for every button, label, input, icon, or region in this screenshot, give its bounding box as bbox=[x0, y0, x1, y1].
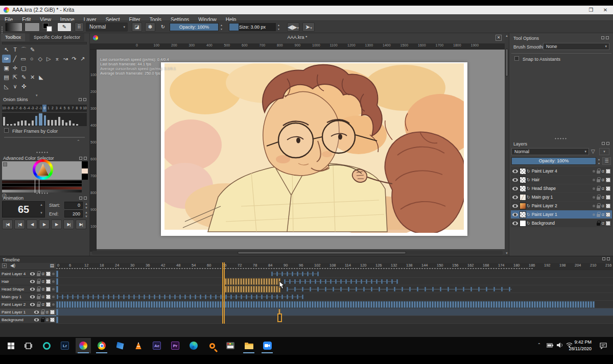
keyframe-cell[interactable] bbox=[356, 287, 357, 292]
keyframe-cell[interactable] bbox=[425, 287, 426, 292]
keyframe-cell[interactable] bbox=[77, 295, 79, 299]
onion-frame-6[interactable]: 6 bbox=[67, 105, 71, 112]
timeline-bulb-icon[interactable] bbox=[52, 280, 55, 283]
onion-skin-frame-numbers[interactable]: 10-9-8-7-6-5-4-3-2-1012345678910 bbox=[2, 105, 87, 112]
keyframe-cell[interactable] bbox=[340, 301, 342, 308]
taskbar-lightroom[interactable]: Lr bbox=[57, 338, 73, 353]
keyframe-cell[interactable] bbox=[161, 301, 163, 308]
onion-frame--2[interactable]: -2 bbox=[34, 105, 38, 112]
keyframe-cell[interactable] bbox=[248, 278, 250, 285]
keyframe-cell[interactable] bbox=[485, 301, 487, 308]
keyframe-cell[interactable] bbox=[120, 301, 122, 308]
onion-opacity-bar[interactable] bbox=[48, 120, 50, 126]
keyframe-cell[interactable] bbox=[235, 286, 237, 293]
keyframe-cell[interactable] bbox=[268, 286, 270, 293]
timeline-alpha-icon[interactable]: α bbox=[46, 318, 49, 322]
keyframe-cell[interactable] bbox=[82, 301, 84, 308]
text-tool[interactable]: T bbox=[11, 45, 19, 54]
keyframe-cell[interactable] bbox=[427, 301, 429, 308]
timeline-label-hair[interactable]: Hairα bbox=[0, 278, 56, 285]
timeline-alpha-icon[interactable]: α bbox=[42, 279, 44, 284]
layer-row-paint-layer-1[interactable]: ↻Paint Layer 1α bbox=[511, 210, 612, 219]
keyframe-cell[interactable] bbox=[56, 317, 58, 323]
keyframe-cell[interactable] bbox=[317, 272, 319, 276]
onion-opacity-bar[interactable] bbox=[32, 120, 34, 126]
keyframe-cell[interactable] bbox=[302, 287, 303, 292]
keyframe-cell[interactable] bbox=[327, 301, 329, 308]
move-tool[interactable]: ✛ bbox=[11, 64, 19, 72]
keyframe-cell[interactable] bbox=[554, 301, 556, 308]
onion-frame--7[interactable]: -7 bbox=[14, 105, 18, 112]
taskbar-after-effects[interactable]: Ae bbox=[149, 338, 164, 353]
timeline-visible-icon[interactable] bbox=[30, 287, 35, 290]
keyframe-cell[interactable] bbox=[276, 286, 278, 293]
keyframe-cell[interactable] bbox=[396, 279, 398, 284]
keyframe-cell[interactable] bbox=[227, 301, 229, 308]
layer-row-paint-layer-4[interactable]: ↻Paint Layer 4α bbox=[511, 167, 612, 175]
keyframe-cell[interactable] bbox=[263, 278, 265, 285]
reference-images-tool[interactable]: ✜ bbox=[19, 82, 28, 90]
onion-frame-10[interactable]: 10 bbox=[83, 105, 87, 112]
layer-visible-icon[interactable] bbox=[512, 169, 518, 173]
keyframe-cell[interactable] bbox=[271, 278, 273, 285]
keyframe-cell[interactable] bbox=[130, 301, 132, 308]
onion-frame-2[interactable]: 2 bbox=[51, 105, 55, 112]
keyframe-cell[interactable] bbox=[432, 301, 434, 308]
keyframe-cell[interactable] bbox=[580, 301, 582, 308]
keyframe-cell[interactable] bbox=[376, 279, 378, 284]
keyframe-cell[interactable] bbox=[186, 301, 188, 308]
timeline-frame-grid[interactable] bbox=[56, 270, 613, 324]
layer-lock-icon[interactable] bbox=[597, 205, 600, 208]
measure-tool[interactable]: ∨ bbox=[11, 82, 19, 90]
keyframe-cell[interactable] bbox=[421, 301, 423, 308]
onion-frame--6[interactable]: -6 bbox=[18, 105, 22, 112]
timeline-visible-icon[interactable] bbox=[30, 303, 35, 306]
onion-frame-7[interactable]: 7 bbox=[70, 105, 75, 112]
prev-keyframe-button[interactable]: |◀ bbox=[14, 220, 25, 229]
onion-frame--3[interactable]: -3 bbox=[30, 105, 34, 112]
size-spinner[interactable]: ▲▼ bbox=[276, 23, 281, 31]
keyframe-cell[interactable] bbox=[302, 272, 303, 276]
onion-frame-0[interactable]: 0 bbox=[42, 105, 46, 112]
keyframe-cell[interactable] bbox=[154, 295, 155, 299]
onion-frame--4[interactable]: -4 bbox=[26, 105, 30, 112]
acs-settings-icon[interactable] bbox=[3, 162, 7, 166]
keyframe-cell[interactable] bbox=[337, 301, 339, 308]
keyframe-cell[interactable] bbox=[297, 295, 298, 299]
timeline-track-hair[interactable] bbox=[56, 278, 613, 285]
keyframe-cell[interactable] bbox=[77, 301, 79, 308]
keyframe-cell[interactable] bbox=[197, 301, 199, 308]
keyframe-cell[interactable] bbox=[287, 272, 288, 276]
keyframe-cell[interactable] bbox=[241, 295, 242, 299]
keyframe-cell[interactable] bbox=[307, 272, 309, 276]
keyframe-cell[interactable] bbox=[587, 301, 590, 308]
keyframe-cell[interactable] bbox=[230, 295, 232, 299]
onion-frame-8[interactable]: 8 bbox=[75, 105, 79, 112]
keyframe-cell[interactable] bbox=[322, 301, 324, 308]
keyframe-cell[interactable] bbox=[255, 301, 257, 308]
keyframe-cell[interactable] bbox=[108, 295, 109, 299]
keyframe-cell[interactable] bbox=[493, 301, 495, 308]
keyframe-cell[interactable] bbox=[381, 279, 383, 284]
keyframe-cell[interactable] bbox=[258, 301, 260, 308]
keyframe-cell[interactable] bbox=[501, 287, 503, 292]
layer-soloed-icon[interactable] bbox=[593, 179, 595, 181]
keyframe-cell[interactable] bbox=[166, 301, 168, 308]
keyframe-cell[interactable] bbox=[404, 301, 406, 308]
keyframe-cell[interactable] bbox=[56, 286, 58, 293]
keyframe-cell[interactable] bbox=[567, 301, 569, 308]
document-close-button[interactable]: ✕ bbox=[496, 35, 502, 41]
line-tool[interactable]: ╱ bbox=[11, 55, 19, 63]
onion-frame-1[interactable]: 1 bbox=[46, 105, 51, 112]
keyframe-cell[interactable] bbox=[340, 287, 342, 292]
keyframe-cell[interactable] bbox=[457, 301, 459, 308]
layer-soloed-icon[interactable] bbox=[593, 170, 595, 173]
go-last-frame-button[interactable]: ▶| bbox=[76, 220, 86, 229]
color-strip-3[interactable] bbox=[2, 187, 82, 189]
layer-lock-icon[interactable] bbox=[597, 214, 600, 217]
keyframe-cell[interactable] bbox=[118, 295, 120, 299]
onion-slider[interactable] bbox=[4, 137, 85, 138]
keyframe-cell[interactable] bbox=[253, 286, 255, 293]
keyframe-cell[interactable] bbox=[518, 301, 521, 308]
layer-inherit-alpha-icon[interactable] bbox=[606, 195, 610, 200]
